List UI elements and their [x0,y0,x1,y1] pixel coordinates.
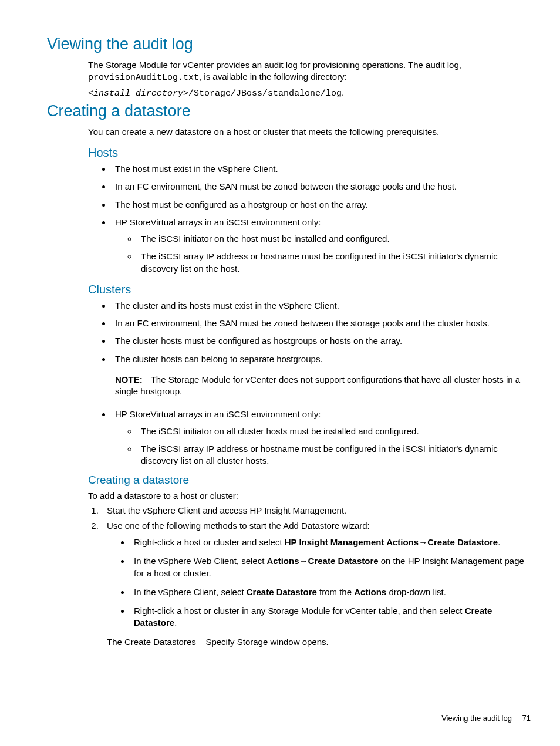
methods-list: Right-click a host or cluster and select… [130,536,531,629]
steps-list: Start the vSphere Client and access HP I… [101,505,531,648]
bold-text: Create Datastore [427,537,498,547]
page-footer: Viewing the audit log 71 [441,714,531,723]
list-item: The host must exist in the vSphere Clien… [112,163,531,175]
text: HP StoreVirtual arrays in an iSCSI envir… [115,409,321,419]
list-item: The cluster hosts can belong to separate… [112,353,531,402]
list-item: In an FC environment, the SAN must be zo… [112,318,531,329]
list-item: The iSCSI array IP address or hostname m… [137,443,531,467]
paragraph: You can create a new datastore on a host… [88,126,531,138]
note-box: NOTE:The Storage Module for vCenter does… [115,370,531,402]
note-label: NOTE: [115,374,143,384]
hosts-sublist: The iSCSI initiator on the host must be … [137,233,531,275]
code-path: <install directory>/Storage/JBoss/standa… [88,87,531,100]
subheading-creating-datastore: Creating a datastore [88,474,531,487]
code-path-var: <install directory> [88,89,188,99]
list-item: HP StoreVirtual arrays in an iSCSI envir… [112,217,531,275]
text: Right-click a host or cluster in any Sto… [134,606,465,616]
list-item: In the vSphere Client, select Create Dat… [130,586,531,598]
list-item: HP StoreVirtual arrays in an iSCSI envir… [112,409,531,467]
list-item: Right-click a host or cluster in any Sto… [130,605,531,629]
bold-text: HP Insight Management Actions [285,537,419,547]
heading-viewing-audit-log: Viewing the audit log [47,35,531,53]
text: drop-down list. [386,587,446,597]
bold-text: Actions [267,556,299,566]
list-item: The host must be configured as a hostgro… [112,199,531,211]
list-item: In the vSphere Web Client, select Action… [130,555,531,579]
bold-text: Create Datastore [308,556,379,566]
text: HP StoreVirtual arrays in an iSCSI envir… [115,217,321,227]
step-item: Start the vSphere Client and access HP I… [101,505,531,517]
text: Right-click a host or cluster and select [134,537,285,547]
code-path-literal: /Storage/JBoss/standalone/log [188,89,342,99]
text: In the vSphere Client, select [134,587,247,597]
footer-page-number: 71 [522,714,531,723]
hosts-list: The host must exist in the vSphere Clien… [112,163,531,275]
text: . [498,537,500,547]
paragraph: To add a datastore to a host or cluster: [88,490,531,502]
footer-title: Viewing the audit log [441,714,512,723]
step-item: Use one of the following methods to star… [101,520,531,648]
list-item: Right-click a host or cluster and select… [130,536,531,548]
list-item: The iSCSI array IP address or hostname m… [137,251,531,275]
text: . [342,87,344,97]
bold-text: Create Datastore [247,587,317,597]
paragraph: The Storage Module for vCenter provides … [88,59,531,85]
list-item: The iSCSI initiator on the host must be … [137,233,531,245]
text: Use one of the following methods to star… [107,521,370,531]
code-filename: provisionAuditLog.txt [88,73,199,83]
bold-text: Actions [354,587,386,597]
list-item: The cluster hosts must be configured as … [112,335,531,347]
heading-creating-datastore: Creating a datastore [47,102,531,120]
subheading-hosts: Hosts [88,146,531,160]
clusters-list: The cluster and its hosts must exist in … [112,300,531,467]
clusters-sublist: The iSCSI initiator on all cluster hosts… [137,426,531,467]
text: In the vSphere Web Client, select [134,556,267,566]
text: . [174,617,177,627]
note-text: The Storage Module for vCenter does not … [115,374,520,396]
text: from the [317,587,354,597]
subheading-clusters: Clusters [88,283,531,296]
arrow-icon: → [419,537,427,547]
text: The cluster hosts can belong to separate… [115,354,323,364]
text: , is available in the following director… [199,72,347,82]
text: The Storage Module for vCenter provides … [88,60,461,70]
result-text: The Create Datastores – Specify Storage … [107,636,531,648]
list-item: The iSCSI initiator on all cluster hosts… [137,426,531,437]
arrow-icon: → [299,556,308,566]
list-item: In an FC environment, the SAN must be zo… [112,181,531,193]
list-item: The cluster and its hosts must exist in … [112,300,531,312]
